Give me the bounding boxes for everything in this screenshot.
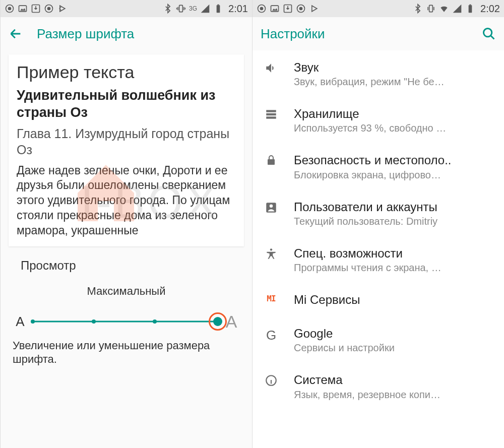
item-title: Хранилище xyxy=(294,106,494,121)
battery-icon xyxy=(465,4,475,14)
svg-marker-13 xyxy=(272,8,278,11)
status-bar: 3G 2:01 xyxy=(1,0,252,17)
page-title: Настройки xyxy=(261,26,325,42)
item-sub: Используется 93 %, свободно … xyxy=(294,122,494,134)
back-button[interactable] xyxy=(9,27,23,41)
item-title: Пользователи и аккаунты xyxy=(294,199,494,215)
svg-point-16 xyxy=(299,7,303,11)
slider-thumb[interactable] xyxy=(213,317,222,326)
svg-rect-18 xyxy=(469,5,472,13)
clock: 2:01 xyxy=(228,3,248,15)
item-sub: Текущий пользователь: Dmitriy xyxy=(294,216,494,227)
item-sub: Язык, время, резервное копи… xyxy=(294,389,494,401)
preview-label: Просмотр xyxy=(21,259,240,273)
settings-list: Звук Звук, вибрация, режим "Не бе… Храни… xyxy=(253,50,504,448)
info-icon xyxy=(263,374,280,387)
settings-item-system[interactable]: Система Язык, время, резервное копи… xyxy=(253,363,504,409)
settings-item-mi-services[interactable]: MI Mi Сервисы xyxy=(253,283,504,316)
svg-marker-3 xyxy=(20,8,26,11)
item-title: Google xyxy=(294,326,494,341)
notif-icon xyxy=(5,4,15,14)
item-sub: Сервисы и настройки xyxy=(294,342,494,354)
settings-item-accessibility[interactable]: Спец. возможности Программы чтения с экр… xyxy=(253,236,504,283)
svg-point-1 xyxy=(8,7,12,11)
svg-rect-22 xyxy=(266,113,276,115)
slider-min-label: A xyxy=(13,314,28,330)
signal-icon xyxy=(200,4,210,14)
item-title: Mi Сервисы xyxy=(294,292,494,307)
sample-title: Удивительный волшебник из страны Оз xyxy=(17,87,236,121)
svg-rect-8 xyxy=(217,5,220,13)
clock: 2:02 xyxy=(480,3,500,15)
item-title: Система xyxy=(294,372,494,388)
network-label: 3G xyxy=(189,5,197,12)
svg-rect-19 xyxy=(469,5,471,6)
status-bar: 2:02 xyxy=(253,0,504,17)
bluetooth-icon xyxy=(163,4,173,14)
download-icon xyxy=(283,4,293,14)
vibrate-icon xyxy=(426,4,436,14)
settings-item-storage[interactable]: Хранилище Используется 93 %, свободно … xyxy=(253,97,504,143)
accessibility-icon xyxy=(263,247,280,261)
image-icon xyxy=(270,4,280,14)
svg-rect-7 xyxy=(179,5,183,12)
signal-icon xyxy=(452,4,462,14)
sample-text-card: Пример текста Удивительный волшебник из … xyxy=(9,54,244,246)
svg-rect-24 xyxy=(268,159,275,165)
wifi-icon xyxy=(439,4,449,14)
sound-icon xyxy=(263,61,280,75)
item-title: Безопасность и местополо.. xyxy=(294,152,494,168)
svg-rect-17 xyxy=(429,5,433,12)
settings-screen: 2:02 Настройки Звук Звук, вибрация, режи… xyxy=(252,0,504,448)
settings-item-security[interactable]: Безопасность и местополо.. Блокировка эк… xyxy=(253,143,504,189)
vibrate-icon xyxy=(176,4,186,14)
lock-icon xyxy=(263,154,280,166)
item-title: Спец. возможности xyxy=(294,245,494,261)
account-icon xyxy=(263,201,280,214)
play-icon xyxy=(309,4,319,14)
svg-point-6 xyxy=(47,7,51,11)
bluetooth-icon xyxy=(413,4,423,14)
page-title: Размер шрифта xyxy=(37,26,134,42)
search-button[interactable] xyxy=(482,27,496,41)
svg-point-20 xyxy=(484,29,492,37)
storage-icon xyxy=(263,108,280,121)
item-sub: Блокировка экрана, цифрово… xyxy=(294,169,494,181)
google-icon: G xyxy=(263,328,280,343)
svg-point-27 xyxy=(270,248,272,250)
slider-caption: Максимальный xyxy=(11,285,242,298)
item-sub: Звук, вибрация, режим "Не бе… xyxy=(294,76,494,88)
download-icon xyxy=(31,4,41,14)
sample-body: Даже надев зеленые очки, Дороти и ее дру… xyxy=(17,163,236,238)
font-size-slider-section: Максимальный A A xyxy=(1,273,252,336)
svg-rect-9 xyxy=(217,5,219,6)
notif-icon xyxy=(257,4,267,14)
notif-icon-2 xyxy=(44,4,54,14)
item-title: Звук xyxy=(294,59,494,75)
svg-rect-21 xyxy=(266,110,276,112)
play-icon xyxy=(57,4,67,14)
settings-item-sound[interactable]: Звук Звук, вибрация, режим "Не бе… xyxy=(253,50,504,97)
toolbar: Настройки xyxy=(253,17,504,50)
sample-chapter: Глава 11. Изумрудный город страны Оз xyxy=(17,125,236,158)
image-icon xyxy=(18,4,28,14)
toolbar: Размер шрифта xyxy=(1,17,252,50)
slider-max-label: A xyxy=(223,312,240,332)
svg-point-11 xyxy=(260,7,264,11)
svg-point-26 xyxy=(270,204,273,208)
item-sub: Программы чтения с экрана, … xyxy=(294,262,494,274)
sample-heading: Пример текста xyxy=(17,62,236,82)
svg-rect-23 xyxy=(266,117,276,119)
font-size-screen: 3G 2:01 Размер шрифта Пример текста Удив… xyxy=(0,0,252,448)
notif-icon-2 xyxy=(296,4,306,14)
mi-icon: MI xyxy=(263,294,280,303)
font-size-slider[interactable] xyxy=(33,315,218,328)
settings-item-users[interactable]: Пользователи и аккаунты Текущий пользова… xyxy=(253,190,504,236)
slider-help-text: Увеличение или уменьшение размера шрифта… xyxy=(1,336,252,366)
battery-icon xyxy=(213,4,223,14)
settings-item-google[interactable]: G Google Сервисы и настройки xyxy=(253,316,504,363)
